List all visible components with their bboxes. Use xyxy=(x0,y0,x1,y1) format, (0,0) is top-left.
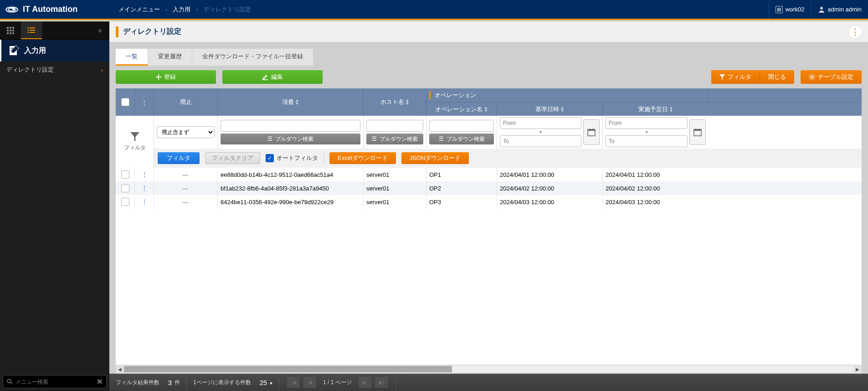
svg-point-2 xyxy=(12,7,15,10)
crumb-current: ディレクトリ設定 xyxy=(204,5,251,14)
user-name: admin admin xyxy=(828,6,862,13)
product-name: IT Automation xyxy=(23,5,77,14)
svg-point-3 xyxy=(820,7,823,10)
workspace-button[interactable]: ▤ work02 xyxy=(769,0,811,19)
chevron-right-icon: › xyxy=(165,6,167,13)
logo-icon xyxy=(5,3,19,16)
chevron-right-icon: › xyxy=(196,6,198,13)
breadcrumb: メインメニュー › 入力用 › ディレクトリ設定 xyxy=(109,0,769,19)
product-logo[interactable]: IT Automation xyxy=(0,0,109,19)
workspace-name: work02 xyxy=(786,6,805,13)
user-button[interactable]: admin admin xyxy=(811,0,868,19)
workspace-icon: ▤ xyxy=(776,6,783,13)
crumb-menu[interactable]: 入力用 xyxy=(173,5,190,14)
crumb-main[interactable]: メインメニュー xyxy=(118,5,160,14)
user-icon xyxy=(818,6,825,13)
